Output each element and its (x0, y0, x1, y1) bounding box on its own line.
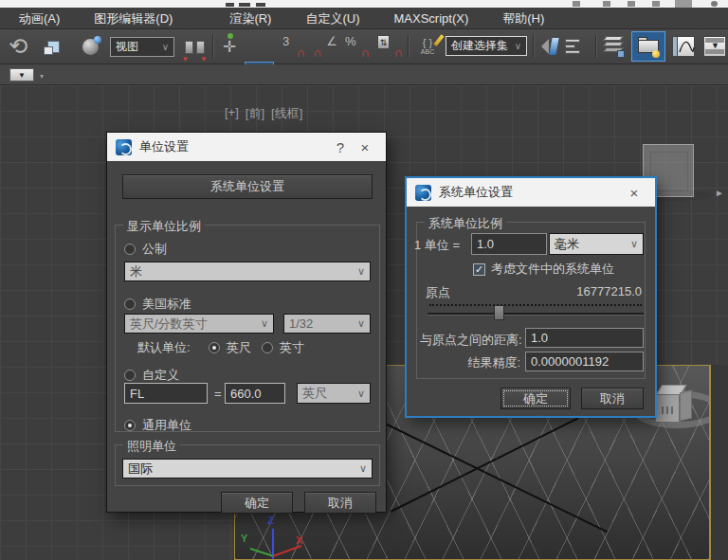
menu-help[interactable]: 帮助(H) (485, 8, 561, 29)
custom-name-input[interactable] (124, 383, 208, 404)
lighting-units-label: 照明单位 (123, 438, 180, 455)
us-fraction-combo[interactable]: 1/32 ∨ (283, 314, 371, 334)
reference-coordsys-combo[interactable]: 视图 ∨ (110, 37, 174, 57)
viewcube-rotate-right-icon[interactable]: ► (715, 188, 724, 198)
curve-editor-icon[interactable] (669, 32, 698, 61)
close-icon[interactable]: × (353, 139, 377, 155)
select-and-scale-icon[interactable] (40, 33, 66, 60)
accuracy-label: 结果精度: (420, 354, 520, 371)
docked-toolbar-row: ▼ ▾ (0, 64, 728, 85)
align-icon[interactable] (565, 34, 592, 59)
custom-value-input[interactable] (225, 383, 285, 404)
max-logo-icon (116, 139, 132, 155)
system-dialog-titlebar[interactable]: 系统单位设置 × (407, 178, 655, 207)
equals-label: = (214, 387, 222, 401)
units-ok-button[interactable]: 确定 (221, 492, 293, 514)
accuracy-input[interactable] (525, 352, 644, 371)
snaps-toggle-3d-icon[interactable]: 3 ∩ (281, 33, 307, 60)
origin-slider-track[interactable] (428, 313, 644, 315)
unit-type-value: 毫米 (555, 236, 579, 253)
clipped-title-text-fragment (226, 3, 234, 7)
us-unit-combo[interactable]: 英尺/分数英寸 ∨ (124, 314, 274, 334)
scene-explorer-toggle-active[interactable] (631, 31, 665, 62)
feet-radio[interactable] (209, 342, 220, 353)
custom-radio[interactable] (124, 370, 136, 381)
us-standard-radio-row: 美国标准 (124, 296, 191, 313)
clipped-help-icon (711, 1, 718, 7)
menu-rendering[interactable]: 渲染(R) (212, 8, 288, 29)
respect-system-units-checkbox[interactable]: ✓ (473, 263, 485, 276)
custom-label: 自定义 (142, 367, 179, 384)
chevron-down-icon: ∨ (357, 265, 365, 278)
chevron-down-icon: ∨ (515, 41, 521, 51)
viewport-menu-general[interactable]: [+] (225, 105, 239, 122)
use-pivot-center-icon[interactable]: ▾ ▾ (180, 34, 209, 61)
lighting-unit-combo[interactable]: 国际 ∨ (122, 459, 373, 479)
select-and-place-icon[interactable] (78, 35, 102, 58)
clipped-title-text-fragment (256, 3, 265, 7)
viewport-menu-shading[interactable]: [线框] (271, 105, 302, 122)
chevron-down-icon: ∨ (357, 388, 365, 400)
select-and-rotate-icon[interactable]: ⟲ (4, 31, 32, 62)
selection-set-combo[interactable]: 创建选择集 ∨ (446, 36, 527, 56)
generic-radio-row: 通用单位 (124, 417, 191, 434)
angle-snap-toggle-icon[interactable]: ∠ ∩ (311, 33, 339, 60)
world-axis-x (273, 545, 302, 557)
percent-snap-toggle-icon[interactable]: % ∩ (343, 33, 372, 60)
viewport-edge-strip (711, 365, 728, 560)
schematic-view-icon[interactable]: ▼ (701, 32, 728, 61)
coordsys-value: 视图 (116, 39, 138, 55)
metric-radio-row: 公制 (124, 241, 167, 258)
origin-slider-handle[interactable] (494, 305, 504, 320)
mirror-icon[interactable] (537, 34, 561, 59)
origin-value: 16777215.0 (539, 284, 642, 298)
clipped-toolbar-icon (628, 1, 635, 7)
viewcube-side-face[interactable] (680, 389, 692, 421)
system-ok-button[interactable]: 确定 (500, 388, 571, 409)
chevron-down-icon: ∨ (359, 462, 367, 475)
menu-maxscript[interactable]: MAXScript(X) (376, 8, 485, 29)
spinner-snap-toggle-icon[interactable]: ⇅ ∩ (375, 33, 404, 60)
inches-radio[interactable] (262, 342, 273, 353)
menu-animation[interactable]: 动画(A) (2, 8, 77, 29)
system-dialog-title: 系统单位设置 (439, 184, 513, 201)
origin-label: 原点 (426, 284, 450, 301)
respect-units-row: ✓ 考虑文件中的系统单位 (473, 261, 614, 278)
named-selection-sets-icon[interactable]: { } ABC (413, 32, 442, 61)
custom-unit-combo[interactable]: 英尺 ∨ (297, 383, 371, 404)
select-and-manipulate-icon[interactable]: ✛ (216, 33, 243, 60)
distance-input[interactable] (525, 328, 644, 348)
us-fraction-value: 1/32 (289, 316, 313, 331)
custom-unit-value: 英尺 (302, 385, 327, 402)
unit-type-combo[interactable]: 毫米 ∨ (549, 233, 644, 255)
unit-value-input[interactable] (471, 233, 547, 255)
system-unit-setup-button[interactable]: 系统单位设置 (122, 174, 373, 199)
toolbar-separator (533, 35, 534, 58)
generic-units-radio[interactable] (124, 420, 136, 431)
respect-system-units-label: 考虑文件中的系统单位 (491, 261, 614, 278)
custom-radio-row: 自定义 (124, 367, 179, 384)
origin-slider-ticks (429, 304, 642, 306)
chevron-down-icon: ∨ (261, 317, 268, 330)
default-units-row: 默认单位: 英尺 英寸 (137, 339, 304, 356)
units-dialog-titlebar[interactable]: 单位设置 ? × (107, 133, 386, 161)
system-cancel-button[interactable]: 取消 (581, 388, 644, 409)
clipped-toolbar-icon (603, 1, 610, 7)
max-logo-icon (415, 185, 431, 201)
metric-unit-combo[interactable]: 米 ∨ (124, 262, 371, 281)
units-cancel-button[interactable]: 取消 (304, 492, 376, 514)
toolbar-separator (408, 35, 409, 58)
us-standard-radio[interactable] (124, 298, 136, 310)
flyout-button[interactable]: ▼ (9, 68, 34, 81)
help-button[interactable]: ? (328, 139, 353, 155)
menu-graph-editors[interactable]: 图形编辑器(D) (77, 8, 190, 29)
viewcube-front-face[interactable] (655, 394, 680, 423)
grid-main-axis-line (391, 417, 579, 512)
viewport-menu-pov[interactable]: [前] (246, 105, 264, 122)
metric-label: 公制 (142, 241, 167, 258)
system-unit-scale-label: 系统单位比例 (425, 215, 506, 232)
layer-manager-icon[interactable] (599, 32, 628, 61)
menu-customize[interactable]: 自定义(U) (288, 8, 376, 29)
close-icon[interactable]: × (622, 185, 646, 201)
metric-radio[interactable] (124, 244, 136, 255)
